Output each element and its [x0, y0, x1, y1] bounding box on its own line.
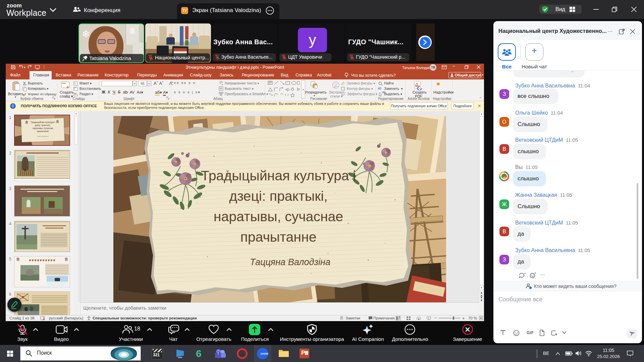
svg-text:прачытанне: прачытанне — [240, 229, 317, 245]
svg-text:наратывы, сучаснае: наратывы, сучаснае — [214, 209, 343, 224]
svg-text:дзеці: практыкі,: дзеці: практыкі, — [229, 188, 327, 204]
svg-text:Традыцыйная культура і: Традыцыйная культура і — [201, 168, 356, 183]
svg-text:Таццяна Валодзіна: Таццяна Валодзіна — [250, 257, 330, 267]
